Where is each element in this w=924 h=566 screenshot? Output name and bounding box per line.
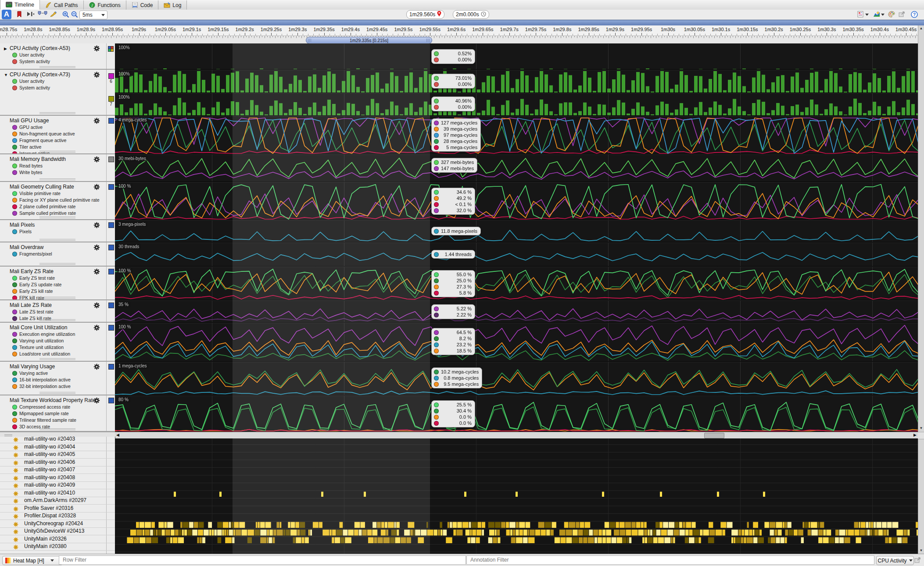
thread-row-mali-utility-wo-20406[interactable]: mali-utility-wo #20406 (0, 458, 115, 466)
thread-row-mali-utility-wo-20405[interactable]: mali-utility-wo #20405 (0, 450, 115, 459)
chart-settings-gear-icon[interactable] (93, 222, 100, 228)
marker-nav-icon[interactable] (26, 11, 34, 19)
section-title[interactable]: Mali Texture Workload Property Rate (10, 397, 96, 403)
thread-row-mali-utility-wo-20410[interactable]: mali-utility-wo #20410 (0, 489, 115, 497)
heatmap-metric-dropdown[interactable]: CPU Activity (876, 556, 914, 565)
chart-swatch[interactable] (108, 398, 114, 403)
report-icon[interactable] (857, 11, 865, 19)
chart-settings-gear-icon[interactable] (93, 324, 100, 331)
thread-row-profiler-dispat-20328[interactable]: Profiler.Dispat #20328 (0, 512, 115, 520)
track-core-unit[interactable]: 100 % (115, 323, 918, 362)
chart-mini-icon[interactable] (873, 11, 881, 19)
section-title[interactable]: Mali Pixels (10, 222, 35, 228)
section-resize-handle[interactable] (39, 239, 75, 241)
chart-swatch[interactable] (108, 184, 114, 190)
track-canvas-cpu-a53[interactable] (115, 43, 918, 70)
track-canvas-memory-bandwidth[interactable] (115, 154, 918, 182)
charts-canvas-area[interactable]: 100%100%100%4 mega-cycles30 mebi-bytes10… (115, 43, 918, 432)
track-canvas-varying-usage[interactable] (115, 362, 918, 395)
heatmap-mode-dropdown[interactable]: Heat Map [H] (2, 556, 63, 565)
scroll-left-icon[interactable]: ◀ (116, 432, 119, 438)
thread-row-unitymain-20326[interactable]: UnityMain #20326 (0, 535, 115, 543)
chart-settings-gear-icon[interactable] (93, 71, 100, 78)
caliper-time-field[interactable]: 1m29.560s (406, 10, 444, 19)
track-canvas-pixels[interactable] (115, 220, 918, 242)
track-pixels[interactable]: 3 mega-pixels (115, 220, 918, 242)
section-resize-handle[interactable] (39, 66, 75, 68)
section-expand-icon[interactable]: ▶ (4, 46, 7, 51)
vertical-scrollbar[interactable]: ▲ ▼ ▼ (918, 25, 924, 554)
tab-code[interactable]: 010Code (126, 0, 159, 10)
track-canvas-early-zs[interactable] (115, 267, 918, 300)
calipers-icon[interactable] (37, 11, 45, 19)
track-canvas-texture-workload[interactable] (115, 395, 918, 432)
scrollbar-thumb[interactable] (704, 433, 724, 438)
core-swatch[interactable] (108, 73, 114, 79)
thread-row-mali-utility-wo-20408[interactable]: mali-utility-wo #20408 (0, 473, 115, 482)
track-canvas-late-zs[interactable] (115, 300, 918, 323)
chart-settings-gear-icon[interactable] (93, 117, 100, 124)
section-title[interactable]: Mali Memory Bandwidth (10, 156, 66, 162)
time-ruler[interactable]: 1m28.75s1m28.8s1m28.85s1m28.9s1m28.95s1m… (0, 25, 924, 44)
track-geometry-culling[interactable]: 100 % (115, 182, 918, 220)
section-resize-handle[interactable] (39, 428, 75, 430)
section-resize-handle[interactable] (39, 392, 75, 394)
scroll-down2-icon[interactable]: ▼ (919, 548, 924, 553)
thread-row-profile-saver-20316[interactable]: Profile Saver #20316 (0, 504, 115, 513)
chart-swatch[interactable] (108, 325, 114, 331)
sample-interval-dropdown[interactable]: 5ms (79, 11, 107, 19)
thread-row-mali-utility-wo-20409[interactable]: mali-utility-wo #20409 (0, 481, 115, 489)
thread-row-unitychoreograp-20424[interactable]: UnityChoreograp #20424 (0, 520, 115, 528)
palette-icon[interactable] (888, 11, 896, 19)
track-canvas-cpu-a73-core6[interactable] (115, 70, 918, 93)
section-collapse-icon[interactable]: ▼ (4, 73, 8, 77)
track-canvas-gpu-usage[interactable] (115, 116, 918, 154)
section-resize-handle[interactable] (39, 263, 75, 265)
track-early-zs[interactable]: 100 % (115, 267, 918, 300)
track-canvas-overdraw[interactable] (115, 242, 918, 267)
scroll-up-icon[interactable]: ▲ (919, 26, 924, 31)
chevron-down-icon[interactable] (865, 14, 869, 16)
thread-row-om-arm-darkarms-20297[interactable]: om.Arm.DarkArms #20297 (0, 496, 115, 505)
track-late-zs[interactable]: 35 % (115, 300, 918, 323)
track-cpu-a53[interactable]: 100% (115, 43, 918, 70)
thread-row-mali-utility-wo-20407[interactable]: mali-utility-wo #20407 (0, 466, 115, 474)
chart-swatch[interactable] (108, 303, 114, 308)
section-resize-handle[interactable] (39, 178, 75, 180)
zoom-in-icon[interactable] (62, 11, 70, 19)
chart-swatch[interactable] (108, 118, 114, 124)
section-resize-handle[interactable] (39, 297, 75, 299)
chart-settings-gear-icon[interactable] (93, 45, 100, 52)
section-title[interactable]: CPU Activity (Cortex-A53) (10, 45, 70, 51)
track-canvas-cpu-a73-core7[interactable] (115, 93, 918, 116)
chevron-down-icon[interactable] (881, 14, 885, 16)
section-title[interactable]: Mali Geometry Culling Rate (10, 184, 74, 190)
horizontal-scrollbar[interactable]: ◀ ▶ (115, 432, 918, 438)
section-title[interactable]: Mali Core Unit Utilization (10, 324, 67, 331)
track-cpu-a73-core6[interactable]: 100% (115, 70, 918, 93)
chart-settings-gear-icon[interactable] (93, 363, 100, 370)
chart-settings-gear-icon[interactable] (93, 244, 100, 251)
section-title[interactable]: Mali Early ZS Rate (10, 268, 54, 274)
streamline-logo[interactable]: A (2, 10, 11, 19)
selection-pill[interactable]: 1m29.335s [0.215s] (306, 37, 432, 44)
section-resize-handle[interactable] (39, 217, 75, 218)
thread-row-unitygfxdevicew-20413[interactable]: UnityGfxDeviceW #20413 (0, 527, 115, 535)
scroll-right-icon[interactable]: ▶ (913, 432, 917, 438)
export-icon[interactable] (899, 11, 906, 19)
track-canvas-core-unit[interactable] (115, 323, 918, 362)
thread-heatmap-canvas[interactable] (115, 438, 918, 554)
track-texture-workload[interactable]: 80 % (115, 395, 918, 432)
annotation-filter-input[interactable] (466, 555, 874, 565)
row-filter-input[interactable] (59, 555, 466, 565)
track-varying-usage[interactable]: 1 mega-cycles (115, 362, 918, 395)
thread-row-unitymain-20380[interactable]: UnityMain #20380 (0, 542, 115, 551)
section-title[interactable]: Mali Overdraw (10, 244, 43, 250)
section-resize-handle[interactable] (39, 112, 75, 114)
flag-icon[interactable] (17, 11, 25, 19)
thread-row-mali-utility-wo-20404[interactable]: mali-utility-wo #20404 (0, 443, 115, 451)
section-title[interactable]: Mali Varying Usage (10, 363, 55, 370)
chart-settings-gear-icon[interactable] (93, 397, 100, 404)
section-title[interactable]: Mali Late ZS Rate (10, 302, 52, 308)
export-icon[interactable] (914, 557, 921, 565)
